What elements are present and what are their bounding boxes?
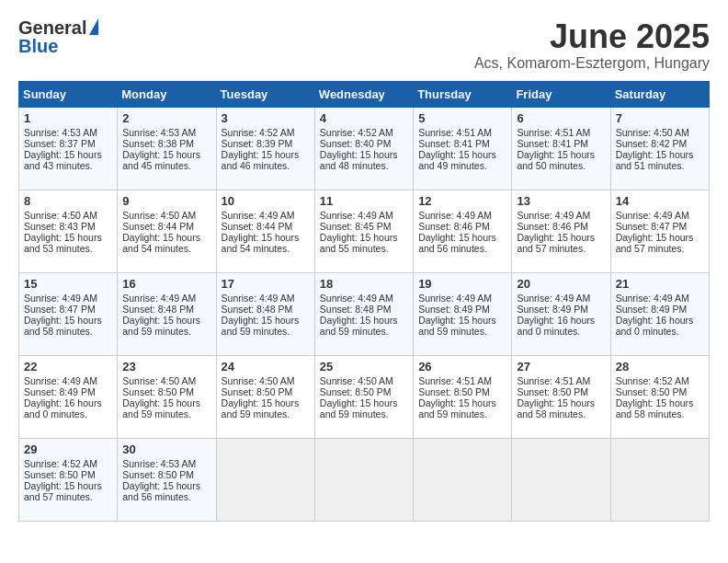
table-row: 21 Sunrise: 4:49 AM Sunset: 8:49 PM Dayl… [610,272,709,355]
table-row: 19 Sunrise: 4:49 AM Sunset: 8:49 PM Dayl… [414,272,512,355]
day-number: 16 [122,277,210,291]
table-row: 10 Sunrise: 4:49 AM Sunset: 8:44 PM Dayl… [216,190,314,272]
sunset-label: Sunset: 8:50 PM [616,386,688,397]
sunset-label: Sunset: 8:39 PM [222,138,293,149]
table-row: 13 Sunrise: 4:49 AM Sunset: 8:46 PM Dayl… [512,190,610,272]
sunset-label: Sunset: 8:50 PM [122,469,194,480]
page-header: General Blue June 2025 Acs, Komarom-Eszt… [18,18,710,72]
sunrise-label: Sunrise: 4:51 AM [517,375,590,386]
table-row: 17 Sunrise: 4:49 AM Sunset: 8:48 PM Dayl… [216,272,314,355]
sunset-label: Sunset: 8:42 PM [616,138,688,149]
table-row: 30 Sunrise: 4:53 AM Sunset: 8:50 PM Dayl… [118,438,216,521]
sunset-label: Sunset: 8:50 PM [222,386,293,397]
daylight-label: Daylight: 16 hours and 0 minutes. [24,397,102,419]
sunrise-label: Sunrise: 4:49 AM [517,293,590,304]
logo-triangle-icon [89,18,98,35]
sunset-label: Sunset: 8:50 PM [24,469,96,480]
sunrise-label: Sunrise: 4:49 AM [517,210,590,221]
table-row: 18 Sunrise: 4:49 AM Sunset: 8:48 PM Dayl… [314,272,413,355]
table-row: 4 Sunrise: 4:52 AM Sunset: 8:40 PM Dayli… [314,107,413,190]
table-row: 14 Sunrise: 4:49 AM Sunset: 8:47 PM Dayl… [610,190,709,272]
sunset-label: Sunset: 8:37 PM [24,138,96,149]
day-number: 9 [122,194,210,208]
sunset-label: Sunset: 8:49 PM [418,304,490,315]
month-title: June 2025 [474,18,710,55]
daylight-label: Daylight: 15 hours and 48 minutes. [320,149,398,171]
sunrise-label: Sunrise: 4:49 AM [24,293,97,304]
day-number: 25 [320,360,408,373]
table-row: 23 Sunrise: 4:50 AM Sunset: 8:50 PM Dayl… [118,355,216,438]
col-sunday: Sunday [19,81,118,107]
daylight-label: Daylight: 15 hours and 59 minutes. [418,397,496,419]
day-number: 19 [418,277,506,291]
day-number: 1 [24,111,112,125]
table-row: 27 Sunrise: 4:51 AM Sunset: 8:50 PM Dayl… [512,355,610,438]
col-wednesday: Wednesday [314,81,413,107]
sunrise-label: Sunrise: 4:49 AM [418,293,492,304]
table-row [512,438,610,521]
sunrise-label: Sunrise: 4:51 AM [517,127,590,138]
day-number: 7 [616,111,704,125]
table-row: 16 Sunrise: 4:49 AM Sunset: 8:48 PM Dayl… [118,272,216,355]
table-row: 24 Sunrise: 4:50 AM Sunset: 8:50 PM Dayl… [216,355,314,438]
calendar-table: Sunday Monday Tuesday Wednesday Thursday… [18,81,710,522]
logo: General Blue [18,18,98,55]
calendar-week-row: 29 Sunrise: 4:52 AM Sunset: 8:50 PM Dayl… [19,438,710,521]
day-number: 22 [24,360,112,373]
table-row: 28 Sunrise: 4:52 AM Sunset: 8:50 PM Dayl… [610,355,709,438]
sunrise-label: Sunrise: 4:49 AM [616,210,689,221]
col-saturday: Saturday [610,81,709,107]
day-number: 28 [616,360,704,373]
day-number: 14 [616,194,704,208]
daylight-label: Daylight: 15 hours and 51 minutes. [616,149,694,171]
sunrise-label: Sunrise: 4:50 AM [122,210,196,221]
sunrise-label: Sunrise: 4:52 AM [320,127,393,138]
sunset-label: Sunset: 8:47 PM [616,221,688,232]
daylight-label: Daylight: 16 hours and 0 minutes. [616,315,694,337]
daylight-label: Daylight: 15 hours and 54 minutes. [122,232,200,254]
day-number: 10 [222,194,310,208]
sunrise-label: Sunrise: 4:49 AM [222,293,295,304]
daylight-label: Daylight: 15 hours and 57 minutes. [517,232,595,254]
sunset-label: Sunset: 8:41 PM [517,138,588,149]
table-row: 6 Sunrise: 4:51 AM Sunset: 8:41 PM Dayli… [512,107,610,190]
table-row: 11 Sunrise: 4:49 AM Sunset: 8:45 PM Dayl… [314,190,413,272]
calendar-week-row: 1 Sunrise: 4:53 AM Sunset: 8:37 PM Dayli… [19,107,710,190]
day-number: 2 [122,111,210,125]
sunset-label: Sunset: 8:46 PM [517,221,588,232]
day-number: 4 [320,111,408,125]
day-number: 15 [24,277,112,291]
title-block: June 2025 Acs, Komarom-Esztergom, Hungar… [474,18,710,72]
day-number: 23 [122,360,210,373]
sunset-label: Sunset: 8:48 PM [222,304,293,315]
sunrise-label: Sunrise: 4:50 AM [222,375,295,386]
table-row: 1 Sunrise: 4:53 AM Sunset: 8:37 PM Dayli… [19,107,118,190]
sunrise-label: Sunrise: 4:52 AM [222,127,295,138]
table-row: 15 Sunrise: 4:49 AM Sunset: 8:47 PM Dayl… [19,272,118,355]
table-row: 20 Sunrise: 4:49 AM Sunset: 8:49 PM Dayl… [512,272,610,355]
day-number: 13 [517,194,605,208]
sunrise-label: Sunrise: 4:50 AM [320,375,393,386]
table-row [216,438,314,521]
table-row: 3 Sunrise: 4:52 AM Sunset: 8:39 PM Dayli… [216,107,314,190]
daylight-label: Daylight: 15 hours and 55 minutes. [320,232,398,254]
day-number: 30 [122,442,210,456]
daylight-label: Daylight: 15 hours and 56 minutes. [418,232,496,254]
table-row: 26 Sunrise: 4:51 AM Sunset: 8:50 PM Dayl… [414,355,512,438]
table-row: 25 Sunrise: 4:50 AM Sunset: 8:50 PM Dayl… [314,355,413,438]
daylight-label: Daylight: 15 hours and 57 minutes. [24,480,102,502]
sunset-label: Sunset: 8:48 PM [320,304,392,315]
calendar-header-row: Sunday Monday Tuesday Wednesday Thursday… [19,81,710,107]
day-number: 8 [24,194,112,208]
sunrise-label: Sunrise: 4:49 AM [418,210,492,221]
sunrise-label: Sunrise: 4:51 AM [418,375,492,386]
day-number: 12 [418,194,506,208]
sunset-label: Sunset: 8:50 PM [122,386,194,397]
daylight-label: Daylight: 15 hours and 59 minutes. [320,397,398,419]
day-number: 21 [616,277,704,291]
col-monday: Monday [118,81,216,107]
sunrise-label: Sunrise: 4:50 AM [24,210,97,221]
sunrise-label: Sunrise: 4:49 AM [320,293,393,304]
table-row: 2 Sunrise: 4:53 AM Sunset: 8:38 PM Dayli… [118,107,216,190]
calendar-week-row: 22 Sunrise: 4:49 AM Sunset: 8:49 PM Dayl… [19,355,710,438]
